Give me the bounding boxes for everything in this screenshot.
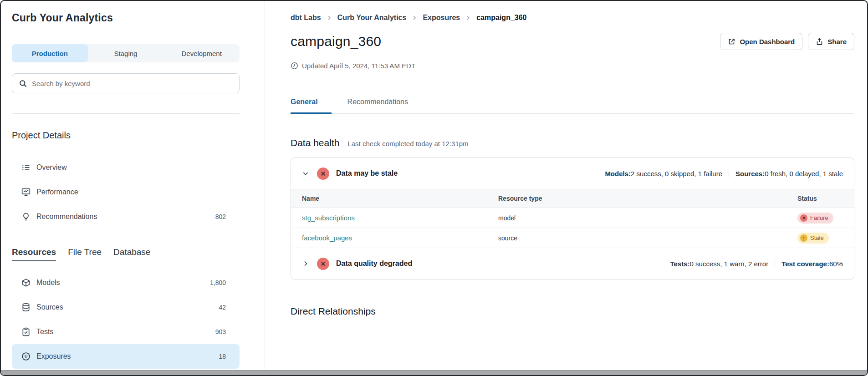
stale-group-summary: Models 2 success, 0 skipped, 1 failure S… [605, 169, 843, 178]
summary-label: Test coverage [781, 260, 829, 268]
tab-file-tree[interactable]: File Tree [68, 247, 102, 261]
health-table: Name Resource type Status stg_subscripti… [291, 189, 854, 248]
status-badge-failure: Failure [797, 213, 833, 224]
app-window: Curb Your Analytics Production Staging D… [0, 0, 868, 376]
cube-icon [21, 278, 31, 287]
error-circle-icon [317, 258, 329, 270]
breadcrumb-project[interactable]: Curb Your Analytics [337, 14, 407, 22]
status-label: Stale [810, 234, 824, 241]
open-dashboard-label: Open Dashboard [740, 38, 795, 46]
sidebar-item-label: Overview [36, 163, 67, 172]
sidebar-item-label: Performance [36, 188, 78, 196]
data-health-heading: Data health [291, 137, 339, 148]
sidebar-item-performance[interactable]: Performance [12, 180, 240, 204]
resource-type-cell: source [498, 234, 797, 242]
quality-group-summary: Tests 0 success, 1 warn, 2 error Test co… [670, 259, 843, 268]
summary-label: Sources [735, 170, 765, 178]
column-header-name: Name [302, 195, 498, 202]
sidebar-item-sources[interactable]: Sources 42 [12, 295, 240, 320]
open-dashboard-button[interactable]: Open Dashboard [720, 33, 802, 50]
summary-value: 60% [829, 260, 843, 268]
environment-switcher: Production Staging Development [12, 44, 240, 62]
sidebar-item-models[interactable]: Models 1,800 [12, 270, 240, 295]
sidebar-item-label: Recommendations [36, 213, 97, 221]
resource-type-cell: model [498, 214, 797, 222]
item-count: 42 [219, 304, 226, 311]
summary-label: Models [605, 170, 631, 178]
chevron-down-icon[interactable] [302, 170, 309, 177]
sidebar-item-tests[interactable]: Tests 903 [12, 320, 240, 344]
share-label: Share [827, 38, 847, 46]
table-row: facebook_pages source Stale [291, 228, 854, 248]
share-icon [816, 38, 823, 46]
clock-icon [291, 62, 298, 70]
status-badge-stale: Stale [797, 233, 829, 244]
summary-divider [775, 259, 775, 268]
column-header-resource-type: Resource type [498, 195, 797, 202]
resource-link[interactable]: stg_subscriptions [302, 214, 355, 222]
error-circle-icon [317, 168, 329, 180]
sidebar-item-label: Exposures [36, 352, 71, 361]
chevron-right-icon[interactable] [302, 260, 309, 267]
sidebar-item-label: Sources [36, 303, 63, 311]
summary-value: 2 success, 0 skipped, 1 failure [631, 170, 722, 178]
summary-value: 0 fresh, 0 delayed, 1 stale [765, 170, 843, 178]
chevron-right-icon [412, 15, 417, 20]
detail-tabs: General Recommendations [291, 98, 854, 114]
breadcrumb-exposures[interactable]: Exposures [423, 14, 460, 22]
breadcrumb-dbt-labs[interactable]: dbt Labs [291, 14, 321, 22]
item-count: 18 [219, 353, 226, 360]
project-details-heading: Project Details [12, 130, 240, 141]
share-button[interactable]: Share [808, 33, 854, 50]
header-actions: Open Dashboard Share [720, 33, 854, 50]
tab-recommendations[interactable]: Recommendations [347, 98, 422, 114]
breadcrumb-current: campaign_360 [476, 14, 526, 22]
env-tab-staging[interactable]: Staging [88, 44, 164, 62]
exclamation-circle-icon [800, 234, 807, 242]
table-header-row: Name Resource type Status [291, 189, 854, 208]
resource-view-tabs: Resources File Tree Database [12, 247, 240, 261]
sidebar-item-label: Tests [36, 328, 53, 336]
data-health-card: Data may be stale Models 2 success, 0 sk… [291, 158, 854, 279]
resources-list: Models 1,800 Sources 42 Tests 903 [12, 270, 240, 369]
sidebar-item-recommendations[interactable]: Recommendations 802 [12, 204, 240, 229]
main-panel: dbt Labs Curb Your Analytics Exposures c… [265, 1, 867, 375]
project-title: Curb Your Analytics [12, 12, 240, 24]
tab-database[interactable]: Database [113, 247, 150, 261]
chevron-right-icon [465, 15, 471, 20]
env-tab-development[interactable]: Development [163, 44, 240, 62]
search-box[interactable] [12, 73, 240, 93]
gauge-icon [21, 352, 31, 361]
sidebar-item-exposures[interactable]: Exposures 18 [12, 344, 240, 369]
external-link-icon [728, 38, 735, 46]
sidebar-item-overview[interactable]: Overview [12, 155, 240, 180]
lightbulb-icon [21, 212, 31, 221]
clipboard-check-icon [21, 327, 31, 336]
x-circle-icon [800, 214, 807, 222]
summary-divider [729, 169, 729, 178]
sidebar: Curb Your Analytics Production Staging D… [1, 1, 265, 375]
search-icon [19, 79, 27, 88]
sidebar-item-label: Models [36, 279, 60, 287]
updated-timestamp: Updated April 5, 2024, 11:53 AM EDT [291, 62, 854, 70]
quality-group-title: Data quality degraded [336, 259, 412, 268]
updated-text: Updated April 5, 2024, 11:53 AM EDT [302, 62, 415, 70]
direct-relationships-heading: Direct Relationships [291, 306, 854, 317]
last-check-text: Last check completed today at 12:31pm [347, 140, 468, 147]
resource-link[interactable]: facebook_pages [302, 234, 352, 242]
stale-group-row[interactable]: Data may be stale Models 2 success, 0 sk… [291, 158, 854, 189]
env-tab-production[interactable]: Production [12, 44, 88, 62]
search-input[interactable] [32, 80, 233, 87]
tab-general[interactable]: General [291, 98, 332, 114]
column-header-status: Status [797, 195, 843, 202]
window-bottom-edge [1, 370, 867, 375]
tab-resources[interactable]: Resources [12, 247, 56, 261]
item-count: 903 [215, 328, 226, 335]
chevron-right-icon [327, 15, 332, 20]
stale-group-title: Data may be stale [336, 169, 398, 178]
database-icon [21, 303, 31, 312]
item-count: 802 [215, 213, 226, 220]
summary-value: 0 success, 1 warn, 2 error [690, 260, 769, 268]
quality-group-row[interactable]: Data quality degraded Tests 0 success, 1… [291, 248, 854, 279]
performance-icon [21, 188, 31, 197]
